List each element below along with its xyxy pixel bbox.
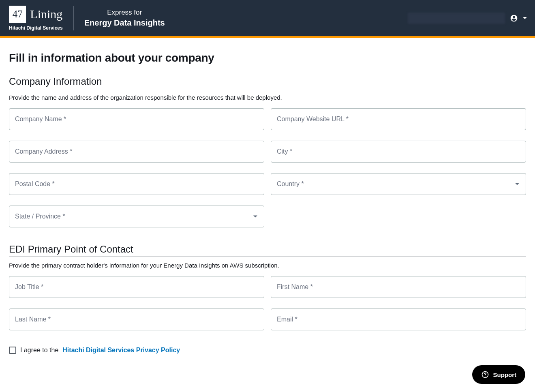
product-title: Express for Energy Data Insights — [84, 8, 165, 28]
svg-point-1 — [485, 376, 485, 376]
section-contact-desc: Provide the primary contract holder's in… — [9, 262, 526, 269]
first-name-label: First Name * — [277, 283, 313, 291]
email-field[interactable]: Email * — [271, 308, 526, 330]
state-label: State / Province * — [15, 213, 65, 220]
account-menu-caret-icon[interactable] — [523, 17, 527, 19]
email-label: Email * — [277, 316, 297, 323]
section-contact-title: EDI Primary Point of Contact — [9, 244, 526, 257]
consent-checkbox[interactable] — [9, 347, 16, 354]
last-name-label: Last Name * — [15, 316, 51, 323]
user-email-redacted — [408, 13, 505, 24]
main-content: Fill in information about your company C… — [0, 38, 535, 354]
logo-subtitle: Hitachi Digital Services — [9, 25, 63, 31]
first-name-field[interactable]: First Name * — [271, 276, 526, 298]
postal-code-field[interactable]: Postal Code * — [9, 173, 264, 195]
last-name-field[interactable]: Last Name * — [9, 308, 264, 330]
header-right — [408, 13, 527, 24]
brand-block: 47 Lining Hitachi Digital Services Expre… — [9, 6, 165, 31]
postal-code-label: Postal Code * — [15, 180, 55, 188]
company-name-label: Company Name * — [15, 116, 66, 123]
country-label: Country * — [277, 180, 304, 188]
city-label: City * — [277, 148, 292, 155]
page-title: Fill in information about your company — [9, 51, 526, 64]
job-title-field[interactable]: Job Title * — [9, 276, 264, 298]
logo-text: Lining — [30, 7, 62, 21]
help-icon — [481, 371, 489, 379]
city-field[interactable]: City * — [271, 141, 526, 163]
privacy-policy-link[interactable]: Hitachi Digital Services Privacy Policy — [62, 347, 180, 354]
support-label: Support — [493, 371, 517, 378]
product-top: Express for — [84, 8, 165, 17]
section-company-desc: Provide the name and address of the orga… — [9, 94, 526, 101]
chevron-down-icon — [253, 216, 257, 218]
company-form-grid: Company Name * Company Website URL * Com… — [9, 108, 526, 227]
consent-text: I agree to the — [20, 347, 58, 354]
job-title-label: Job Title * — [15, 283, 43, 291]
support-button[interactable]: Support — [472, 365, 526, 384]
state-field[interactable]: State / Province * — [9, 206, 264, 227]
company-website-label: Company Website URL * — [277, 116, 349, 123]
contact-form-grid: Job Title * First Name * Last Name * Ema… — [9, 276, 526, 330]
header-divider — [73, 6, 74, 30]
account-icon[interactable] — [510, 14, 518, 22]
logo-badge: 47 — [9, 6, 26, 23]
product-bottom: Energy Data Insights — [84, 17, 165, 28]
company-address-label: Company Address * — [15, 148, 72, 155]
company-address-field[interactable]: Company Address * — [9, 141, 264, 163]
chevron-down-icon — [515, 183, 519, 185]
consent-row: I agree to the Hitachi Digital Services … — [9, 347, 526, 354]
country-field[interactable]: Country * — [271, 173, 526, 195]
section-company-title: Company Information — [9, 76, 526, 89]
logo: 47 Lining Hitachi Digital Services — [9, 6, 63, 31]
company-name-field[interactable]: Company Name * — [9, 108, 264, 130]
company-website-field[interactable]: Company Website URL * — [271, 108, 526, 130]
app-header: 47 Lining Hitachi Digital Services Expre… — [0, 0, 535, 38]
